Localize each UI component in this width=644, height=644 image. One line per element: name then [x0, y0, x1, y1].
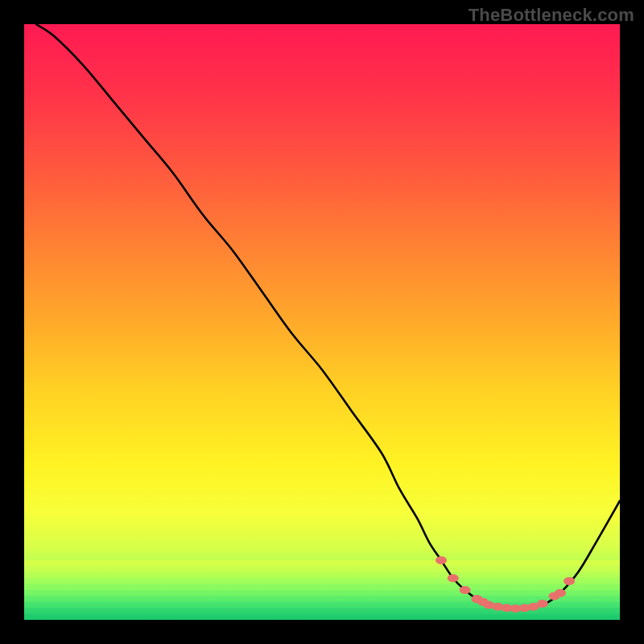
svg-rect-0 — [24, 560, 620, 566]
gradient-background — [24, 24, 620, 620]
marker-dot — [460, 586, 471, 594]
marker-dot — [436, 556, 447, 564]
marker-dot — [448, 574, 459, 582]
svg-rect-2 — [24, 572, 620, 578]
chart-frame: TheBottleneck.com — [0, 0, 644, 644]
watermark-text: TheBottleneck.com — [469, 5, 634, 26]
green-bottom-bands — [24, 560, 620, 620]
svg-rect-5 — [24, 590, 620, 596]
bottleneck-chart — [24, 24, 620, 620]
svg-rect-4 — [24, 584, 620, 590]
plot-area — [24, 24, 620, 620]
marker-dot — [555, 589, 566, 597]
svg-rect-9 — [24, 614, 620, 620]
marker-dot — [564, 577, 575, 585]
svg-rect-3 — [24, 578, 620, 584]
marker-dot — [537, 600, 548, 608]
svg-rect-1 — [24, 566, 620, 572]
svg-rect-6 — [24, 596, 620, 601]
